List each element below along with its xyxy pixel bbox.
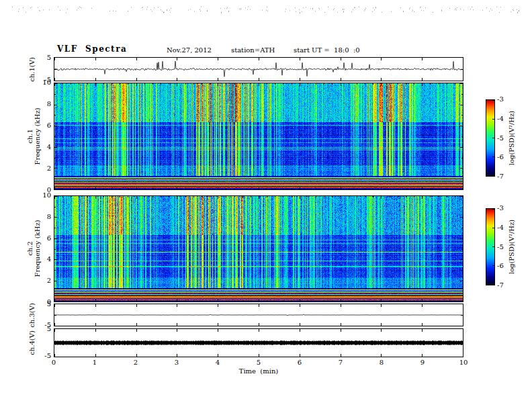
colorbar-ch2-label: log(PSD)(V²/Hz) xyxy=(508,208,515,285)
y-tick-label: 6 xyxy=(35,122,51,129)
y-tick-label: 2 xyxy=(35,277,51,284)
date-label: Nov.27, 2012 xyxy=(167,46,212,54)
x-tick-label: 1 xyxy=(88,359,101,366)
colorbar-ch1 xyxy=(486,99,495,177)
colorbar-ch2 xyxy=(486,208,495,285)
colorbar-tick-label: -3 xyxy=(497,95,504,103)
colorbar-ch2-canvas xyxy=(486,209,494,285)
y-tick-label: 5 xyxy=(35,325,51,332)
vlf-spectra-figure: VLF Spectra Nov.27, 2012 station=ATH sta… xyxy=(0,0,532,411)
ch3-waveform-canvas xyxy=(54,304,463,326)
x-tick-label: 5 xyxy=(252,359,265,366)
y-tick-label: 8 xyxy=(35,100,51,107)
y-tick-label: 5 xyxy=(35,54,51,61)
ch2-spectrogram-canvas xyxy=(54,196,463,302)
ch1-frequency-label: Frequency (kHz) xyxy=(34,83,41,190)
colorbar-tick-label: -5 xyxy=(497,243,504,250)
x-tick-label: 3 xyxy=(170,359,183,366)
y-tick-label: 10 xyxy=(35,191,51,199)
station-label: station=ATH xyxy=(231,46,275,54)
x-tick-label: 4 xyxy=(211,359,224,366)
figure-title: VLF Spectra xyxy=(57,44,127,54)
ch1-waveform-panel xyxy=(54,57,463,81)
y-tick-label: 8 xyxy=(35,213,51,220)
x-tick-label: 2 xyxy=(129,359,142,366)
ch1-channel-label: ch.1 xyxy=(26,83,34,190)
colorbar-tick-label: -6 xyxy=(497,262,504,269)
ch2-channel-label: ch.2 xyxy=(26,195,34,302)
ch1-spectrogram-panel xyxy=(54,83,463,190)
y-tick-label: 5 xyxy=(35,300,51,308)
ch4-y-axis-label: ch.4(V) xyxy=(28,319,36,366)
ch4-waveform-canvas xyxy=(54,329,463,357)
ch2-frequency-label: Frequency (kHz) xyxy=(34,195,41,302)
colorbar-tick-label: -4 xyxy=(497,115,504,122)
y-tick-label: 6 xyxy=(35,234,51,242)
y-tick-label: 4 xyxy=(35,143,51,150)
colorbar-ch1-label: log(PSD)(V²/Hz) xyxy=(508,99,515,177)
y-tick-label: -5 xyxy=(35,76,51,83)
x-axis-label: Time (min) xyxy=(212,367,306,375)
colorbar-tick-label: -3 xyxy=(497,204,504,212)
ch3-waveform-panel xyxy=(54,304,463,326)
x-tick-label: 9 xyxy=(416,359,429,366)
colorbar-tick-label: -7 xyxy=(497,173,504,180)
start-ut-label: start UT = 18:0 :0 xyxy=(294,46,360,54)
x-tick-label: 7 xyxy=(334,359,347,366)
x-tick-label: 6 xyxy=(293,359,306,366)
colorbar-tick-label: -5 xyxy=(497,134,504,142)
ch4-waveform-panel xyxy=(54,328,463,357)
ch2-spectrogram-panel xyxy=(54,195,463,302)
x-tick-label: 0 xyxy=(47,359,60,366)
colorbar-tick-label: -4 xyxy=(497,224,504,231)
ch1-spectrogram-y-axis-label: ch.1 Frequency (kHz) xyxy=(26,83,41,190)
y-tick-label: 2 xyxy=(35,165,51,172)
x-tick-label: 10 xyxy=(457,359,470,366)
ch2-spectrogram-y-axis-label: ch.2 Frequency (kHz) xyxy=(26,195,41,302)
y-tick-label: 4 xyxy=(35,255,51,263)
colorbar-tick-label: -7 xyxy=(497,281,504,289)
y-tick-label: -5 xyxy=(35,352,51,359)
ch1-waveform-canvas xyxy=(54,58,463,81)
ch1-spectrogram-canvas xyxy=(54,83,463,189)
scan-noise-artifact xyxy=(0,3,532,21)
colorbar-ch1-canvas xyxy=(486,100,494,176)
colorbar-tick-label: -6 xyxy=(497,153,504,161)
x-tick-label: 8 xyxy=(375,359,388,366)
